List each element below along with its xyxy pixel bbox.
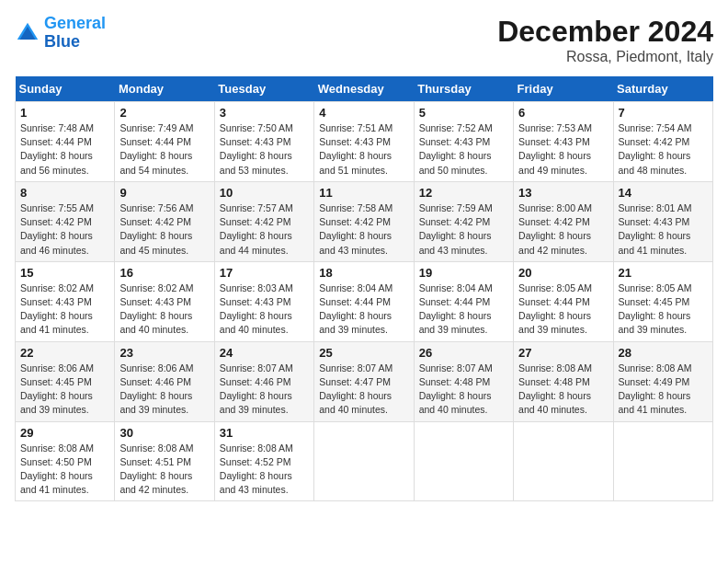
calendar-cell: 10 Sunrise: 7:57 AM Sunset: 4:42 PM Dayl…	[214, 181, 313, 261]
calendar-cell: 18 Sunrise: 8:04 AM Sunset: 4:44 PM Dayl…	[314, 261, 414, 341]
calendar-cell: 14 Sunrise: 8:01 AM Sunset: 4:43 PM Dayl…	[613, 181, 712, 261]
day-info: Sunrise: 7:58 AM Sunset: 4:42 PM Dayligh…	[319, 201, 408, 258]
day-info: Sunrise: 7:52 AM Sunset: 4:43 PM Dayligh…	[419, 121, 508, 178]
day-info: Sunrise: 8:07 AM Sunset: 4:47 PM Dayligh…	[319, 362, 408, 418]
day-number: 16	[119, 266, 209, 280]
week-row-5: 29 Sunrise: 8:08 AM Sunset: 4:50 PM Dayl…	[16, 421, 713, 501]
calendar-cell: 26 Sunrise: 8:07 AM Sunset: 4:48 PM Dayl…	[414, 341, 513, 421]
day-number: 29	[20, 426, 109, 440]
col-header-saturday: Saturday	[613, 76, 712, 102]
day-info: Sunrise: 7:55 AM Sunset: 4:42 PM Dayligh…	[20, 201, 109, 258]
day-info: Sunrise: 8:00 AM Sunset: 4:42 PM Dayligh…	[518, 201, 608, 258]
day-number: 24	[220, 346, 309, 360]
col-header-friday: Friday	[514, 76, 613, 102]
day-number: 19	[419, 266, 508, 280]
calendar-cell: 12 Sunrise: 7:59 AM Sunset: 4:42 PM Dayl…	[414, 181, 513, 261]
title-block: December 2024 Rossa, Piedmont, Italy	[497, 15, 713, 65]
calendar-cell: 19 Sunrise: 8:04 AM Sunset: 4:44 PM Dayl…	[414, 261, 513, 341]
day-number: 22	[20, 346, 109, 360]
day-info: Sunrise: 8:06 AM Sunset: 4:46 PM Dayligh…	[119, 362, 209, 418]
week-row-3: 15 Sunrise: 8:02 AM Sunset: 4:43 PM Dayl…	[16, 261, 713, 341]
day-number: 21	[619, 266, 708, 280]
week-row-1: 1 Sunrise: 7:48 AM Sunset: 4:44 PM Dayli…	[16, 102, 713, 182]
day-number: 25	[319, 346, 408, 360]
day-info: Sunrise: 8:01 AM Sunset: 4:43 PM Dayligh…	[619, 201, 708, 258]
day-number: 7	[619, 106, 708, 120]
calendar-cell: 16 Sunrise: 8:02 AM Sunset: 4:43 PM Dayl…	[115, 261, 214, 341]
day-info: Sunrise: 7:48 AM Sunset: 4:44 PM Dayligh…	[20, 121, 109, 178]
header-row: SundayMondayTuesdayWednesdayThursdayFrid…	[16, 76, 713, 102]
col-header-wednesday: Wednesday	[314, 76, 414, 102]
day-info: Sunrise: 7:57 AM Sunset: 4:42 PM Dayligh…	[220, 201, 309, 258]
calendar-cell: 1 Sunrise: 7:48 AM Sunset: 4:44 PM Dayli…	[16, 102, 115, 182]
month-title: December 2024	[497, 15, 713, 49]
calendar-cell: 31 Sunrise: 8:08 AM Sunset: 4:52 PM Dayl…	[214, 421, 313, 501]
day-number: 8	[20, 186, 109, 200]
calendar-cell	[514, 421, 613, 501]
day-info: Sunrise: 8:03 AM Sunset: 4:43 PM Dayligh…	[220, 282, 309, 338]
day-number: 9	[119, 186, 209, 200]
day-info: Sunrise: 7:54 AM Sunset: 4:42 PM Dayligh…	[619, 121, 708, 178]
calendar-cell: 2 Sunrise: 7:49 AM Sunset: 4:44 PM Dayli…	[115, 102, 214, 182]
day-number: 1	[20, 106, 109, 120]
calendar-cell: 27 Sunrise: 8:08 AM Sunset: 4:48 PM Dayl…	[514, 341, 613, 421]
day-info: Sunrise: 8:04 AM Sunset: 4:44 PM Dayligh…	[419, 282, 508, 338]
day-info: Sunrise: 8:08 AM Sunset: 4:49 PM Dayligh…	[619, 362, 708, 418]
day-number: 4	[319, 106, 408, 120]
calendar-cell: 6 Sunrise: 7:53 AM Sunset: 4:43 PM Dayli…	[514, 102, 613, 182]
calendar-cell: 20 Sunrise: 8:05 AM Sunset: 4:44 PM Dayl…	[514, 261, 613, 341]
col-header-sunday: Sunday	[16, 76, 115, 102]
day-number: 27	[518, 346, 608, 360]
day-number: 18	[319, 266, 408, 280]
calendar-cell: 25 Sunrise: 8:07 AM Sunset: 4:47 PM Dayl…	[314, 341, 414, 421]
calendar-cell: 5 Sunrise: 7:52 AM Sunset: 4:43 PM Dayli…	[414, 102, 513, 182]
calendar-cell: 23 Sunrise: 8:06 AM Sunset: 4:46 PM Dayl…	[115, 341, 214, 421]
calendar-cell: 24 Sunrise: 8:07 AM Sunset: 4:46 PM Dayl…	[214, 341, 313, 421]
day-info: Sunrise: 7:49 AM Sunset: 4:44 PM Dayligh…	[119, 121, 209, 178]
week-row-4: 22 Sunrise: 8:06 AM Sunset: 4:45 PM Dayl…	[16, 341, 713, 421]
day-number: 12	[419, 186, 508, 200]
calendar-cell: 15 Sunrise: 8:02 AM Sunset: 4:43 PM Dayl…	[16, 261, 115, 341]
day-info: Sunrise: 8:07 AM Sunset: 4:48 PM Dayligh…	[419, 362, 508, 418]
day-number: 11	[319, 186, 408, 200]
calendar-cell: 28 Sunrise: 8:08 AM Sunset: 4:49 PM Dayl…	[613, 341, 712, 421]
day-number: 26	[419, 346, 508, 360]
logo: General Blue	[15, 15, 106, 52]
col-header-thursday: Thursday	[414, 76, 513, 102]
calendar-cell: 3 Sunrise: 7:50 AM Sunset: 4:43 PM Dayli…	[214, 102, 313, 182]
day-number: 2	[119, 106, 209, 120]
day-number: 3	[220, 106, 309, 120]
day-info: Sunrise: 8:05 AM Sunset: 4:45 PM Dayligh…	[619, 282, 708, 338]
day-number: 28	[619, 346, 708, 360]
day-info: Sunrise: 8:08 AM Sunset: 4:52 PM Dayligh…	[220, 442, 309, 498]
day-number: 10	[220, 186, 309, 200]
day-number: 17	[220, 266, 309, 280]
calendar-cell: 17 Sunrise: 8:03 AM Sunset: 4:43 PM Dayl…	[214, 261, 313, 341]
day-number: 5	[419, 106, 508, 120]
day-info: Sunrise: 7:50 AM Sunset: 4:43 PM Dayligh…	[220, 121, 309, 178]
day-info: Sunrise: 8:07 AM Sunset: 4:46 PM Dayligh…	[220, 362, 309, 418]
calendar-cell	[613, 421, 712, 501]
calendar-cell: 22 Sunrise: 8:06 AM Sunset: 4:45 PM Dayl…	[16, 341, 115, 421]
day-number: 30	[119, 426, 209, 440]
day-number: 6	[518, 106, 608, 120]
day-info: Sunrise: 8:06 AM Sunset: 4:45 PM Dayligh…	[20, 362, 109, 418]
logo-icon	[15, 20, 40, 46]
day-info: Sunrise: 8:02 AM Sunset: 4:43 PM Dayligh…	[20, 282, 109, 338]
day-info: Sunrise: 7:53 AM Sunset: 4:43 PM Dayligh…	[518, 121, 608, 178]
calendar-cell: 21 Sunrise: 8:05 AM Sunset: 4:45 PM Dayl…	[613, 261, 712, 341]
calendar-cell	[414, 421, 513, 501]
calendar-cell: 4 Sunrise: 7:51 AM Sunset: 4:43 PM Dayli…	[314, 102, 414, 182]
calendar-table: SundayMondayTuesdayWednesdayThursdayFrid…	[15, 76, 713, 501]
calendar-cell	[314, 421, 414, 501]
location: Rossa, Piedmont, Italy	[497, 49, 713, 65]
day-info: Sunrise: 7:51 AM Sunset: 4:43 PM Dayligh…	[319, 121, 408, 178]
calendar-cell: 30 Sunrise: 8:08 AM Sunset: 4:51 PM Dayl…	[115, 421, 214, 501]
day-number: 15	[20, 266, 109, 280]
day-info: Sunrise: 7:56 AM Sunset: 4:42 PM Dayligh…	[119, 201, 209, 258]
calendar-cell: 13 Sunrise: 8:00 AM Sunset: 4:42 PM Dayl…	[514, 181, 613, 261]
day-info: Sunrise: 8:04 AM Sunset: 4:44 PM Dayligh…	[319, 282, 408, 338]
day-info: Sunrise: 8:02 AM Sunset: 4:43 PM Dayligh…	[119, 282, 209, 338]
page-header: General Blue December 2024 Rossa, Piedmo…	[15, 15, 713, 65]
day-info: Sunrise: 7:59 AM Sunset: 4:42 PM Dayligh…	[419, 201, 508, 258]
